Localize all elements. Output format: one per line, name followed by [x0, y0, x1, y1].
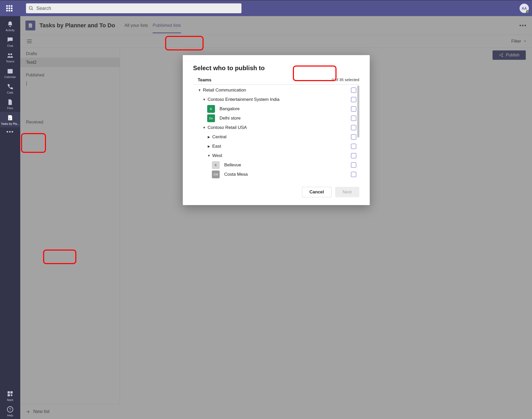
tree-row[interactable]: ▼West	[193, 151, 356, 160]
tree-label: Retail Communication	[203, 88, 246, 93]
rail-calls[interactable]: Calls	[0, 81, 20, 96]
rail-chat[interactable]: Chat	[0, 34, 20, 49]
chat-icon	[7, 36, 14, 43]
search-input[interactable]: Search	[26, 3, 241, 13]
tree-row[interactable]: BBangalore	[193, 104, 356, 114]
team-badge-icon: Ds	[207, 114, 215, 122]
selection-count: 0 of 35 selected	[332, 77, 359, 83]
svg-point-2	[8, 53, 10, 55]
tree-row[interactable]: ▼Contoso Entertainment System India	[193, 95, 356, 104]
help-icon: ?	[7, 406, 14, 413]
search-icon	[29, 6, 34, 11]
rail-help[interactable]: ? Help	[0, 403, 20, 419]
presence-badge	[526, 10, 529, 13]
rail-more[interactable]: •••	[6, 128, 14, 135]
tasks-icon	[7, 114, 14, 121]
expand-toggle-icon[interactable]: ▶	[207, 135, 211, 139]
checkbox[interactable]	[351, 88, 356, 93]
phone-icon	[7, 83, 14, 90]
svg-point-0	[29, 6, 32, 10]
team-badge-icon: CM	[212, 171, 220, 178]
avatar[interactable]: AA	[520, 4, 529, 13]
svg-rect-4	[8, 69, 13, 73]
checkbox[interactable]	[351, 97, 356, 102]
checkbox[interactable]	[351, 144, 356, 149]
tree-row[interactable]: CMCosta Mesa	[193, 170, 356, 179]
rail-calendar[interactable]: Calendar	[0, 65, 20, 81]
people-icon	[7, 52, 14, 59]
tree-row[interactable]: ▶East	[193, 142, 356, 151]
calendar-icon	[7, 68, 14, 74]
svg-text:?: ?	[9, 407, 11, 411]
checkbox[interactable]	[351, 125, 356, 130]
svg-rect-6	[10, 391, 13, 394]
dialog-title: Select who to publish to	[193, 64, 359, 72]
team-badge-icon: B	[212, 161, 220, 169]
tree-label: Costa Mesa	[224, 172, 248, 177]
tree-label: Contoso Retail USA	[208, 125, 247, 130]
file-icon	[7, 99, 14, 106]
svg-line-1	[32, 9, 33, 10]
svg-point-3	[10, 53, 12, 55]
expand-toggle-icon[interactable]: ▼	[207, 154, 211, 158]
rail-apps[interactable]: Apps	[0, 388, 20, 403]
scrollbar[interactable]	[357, 86, 359, 138]
teams-header-label: Teams	[198, 77, 212, 83]
checkbox[interactable]	[351, 134, 356, 140]
tree-label: Bellevue	[224, 162, 241, 168]
checkbox[interactable]	[351, 172, 356, 177]
tree-label: Central	[212, 134, 227, 140]
tree-row[interactable]: DsDelhi store	[193, 114, 356, 123]
avatar-initials: AA	[522, 6, 527, 10]
apps-icon	[7, 390, 14, 397]
rail-files[interactable]: Files	[0, 96, 20, 112]
tree-row[interactable]: ▶Central	[193, 132, 356, 142]
team-badge-icon: B	[207, 105, 215, 113]
tree-row[interactable]: ▼Retail Communication	[193, 86, 356, 95]
checkbox[interactable]	[351, 116, 356, 121]
title-bar: Search AA	[0, 0, 532, 16]
checkbox[interactable]	[351, 162, 356, 168]
checkbox[interactable]	[351, 153, 356, 158]
tree-label: West	[212, 153, 222, 158]
search-placeholder: Search	[36, 6, 51, 11]
bell-icon	[7, 21, 14, 28]
app-rail: Activity Chat Teams Calendar Calls Files…	[0, 16, 20, 419]
svg-rect-7	[8, 394, 10, 396]
publish-to-dialog: Select who to publish to Teams 0 of 35 s…	[183, 55, 370, 205]
rail-teams[interactable]: Teams	[0, 49, 20, 65]
tree-label: Bangalore	[220, 106, 240, 112]
tree-row[interactable]: ▼Contoso Retail USA	[193, 123, 356, 132]
checkbox[interactable]	[351, 106, 356, 112]
tree-row[interactable]: BBellevue	[193, 160, 356, 170]
expand-toggle-icon[interactable]: ▶	[207, 145, 211, 148]
tree-label: Contoso Entertainment System India	[208, 97, 280, 102]
content-area: Tasks by Planner and To Do All your list…	[20, 16, 532, 419]
app-launcher-icon[interactable]	[3, 2, 16, 15]
rail-activity[interactable]: Activity	[0, 18, 20, 34]
rail-tasks[interactable]: Tasks by Pla...	[0, 112, 20, 127]
tree-label: Delhi store	[220, 116, 241, 121]
cancel-button[interactable]: Cancel	[302, 187, 332, 197]
expand-toggle-icon[interactable]: ▼	[203, 126, 206, 129]
teams-tree: ▼Retail Communication▼Contoso Entertainm…	[193, 86, 359, 179]
tree-label: East	[212, 144, 221, 149]
expand-toggle-icon[interactable]: ▼	[203, 98, 206, 101]
svg-rect-5	[8, 391, 10, 394]
next-button[interactable]: Next	[335, 187, 359, 197]
modal-overlay[interactable]: Select who to publish to Teams 0 of 35 s…	[20, 16, 532, 419]
expand-toggle-icon[interactable]: ▼	[198, 88, 201, 92]
